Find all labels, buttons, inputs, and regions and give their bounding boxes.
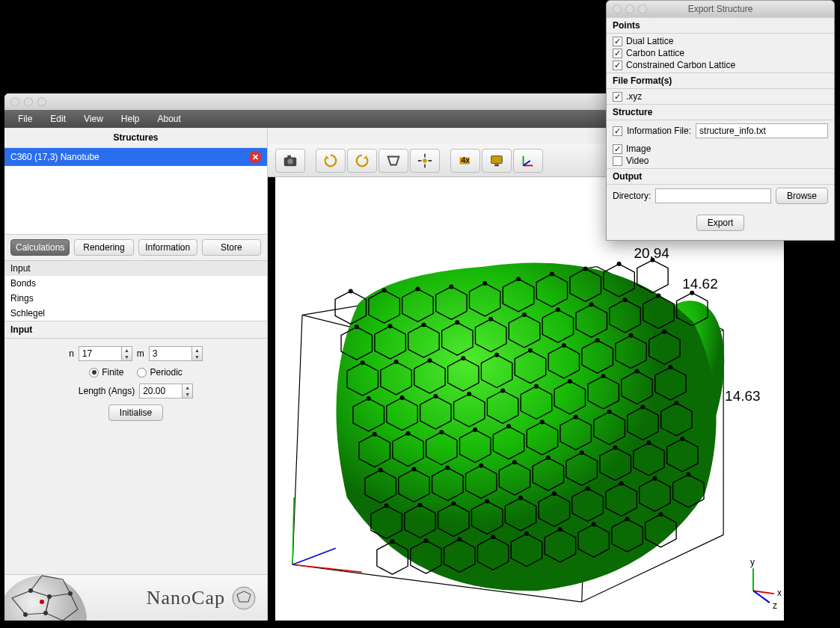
logo-area: NanoCap [4, 574, 267, 621]
svg-point-171 [619, 481, 624, 486]
snapshot-button[interactable] [275, 149, 305, 173]
m-input[interactable] [149, 346, 192, 361]
minimize-window-icon[interactable] [24, 97, 33, 106]
export-titlebar[interactable]: Export Structure [607, 1, 834, 17]
svg-point-120 [589, 302, 594, 307]
svg-point-169 [552, 491, 557, 496]
menu-about[interactable]: About [149, 111, 190, 127]
initialise-button[interactable]: Initialise [108, 404, 163, 421]
tab-calculations[interactable]: Calculations [10, 239, 70, 256]
checkbox-icon[interactable] [613, 37, 622, 46]
menu-view[interactable]: View [75, 111, 112, 127]
svg-point-117 [488, 317, 493, 321]
axes-button[interactable] [513, 149, 543, 173]
svg-line-20 [292, 498, 294, 565]
menu-file[interactable]: File [9, 111, 41, 127]
svg-point-175 [423, 538, 428, 543]
svg-point-2 [47, 594, 52, 599]
svg-rect-14 [491, 156, 503, 163]
svg-point-126 [427, 358, 432, 363]
rotate-cw-button[interactable] [316, 149, 346, 173]
n-input[interactable] [79, 346, 122, 361]
checkbox-icon[interactable] [613, 61, 622, 70]
n-spinner[interactable]: ▲▼ [79, 346, 132, 361]
m-stepper-icon[interactable]: ▲▼ [192, 346, 203, 361]
svg-point-162 [646, 440, 651, 445]
svg-point-141 [601, 374, 606, 378]
svg-point-125 [394, 360, 399, 364]
svg-point-146 [439, 430, 444, 434]
checkbox-icon[interactable] [613, 156, 622, 166]
rotate-ccw-button[interactable] [347, 149, 377, 173]
svg-point-160 [580, 451, 584, 455]
svg-point-182 [658, 512, 663, 517]
m-label: m [137, 348, 144, 359]
svg-point-143 [668, 365, 672, 369]
tab-store[interactable]: Store [202, 239, 261, 256]
svg-point-1 [28, 588, 33, 593]
zoom-window-icon[interactable] [37, 97, 46, 106]
center-button[interactable] [410, 149, 440, 173]
svg-point-109 [550, 271, 554, 276]
checkbox-icon[interactable] [613, 144, 622, 154]
length-spinner[interactable]: ▲▼ [139, 384, 193, 398]
structure-item[interactable]: C360 (17,3) Nanotube ✕ [4, 148, 267, 166]
m-spinner[interactable]: ▲▼ [149, 346, 203, 361]
remove-structure-icon[interactable]: ✕ [249, 151, 261, 163]
chk-video[interactable]: Video [613, 155, 828, 167]
axis-x-label: x [777, 588, 782, 598]
svg-point-165 [418, 502, 423, 507]
svg-rect-10 [287, 155, 291, 158]
panel-tabs: Calculations Rendering Information Store [4, 235, 267, 261]
svg-point-3 [68, 591, 73, 596]
radio-periodic-icon[interactable] [137, 368, 147, 378]
perspective-button[interactable] [378, 149, 408, 173]
menu-help[interactable]: Help [112, 111, 149, 127]
chk-dual-lattice[interactable]: Dual Lattice [613, 35, 828, 47]
subtab-bonds[interactable]: Bonds [4, 276, 267, 291]
radio-finite[interactable]: Finite [89, 367, 123, 378]
n-stepper-icon[interactable]: ▲▼ [122, 346, 132, 361]
chk-carbon-lattice[interactable]: Carbon Lattice [613, 47, 828, 59]
aa-button[interactable]: 4x [450, 149, 480, 173]
viewport-3d[interactable]: 20.94 14.62 14.63 x y z [275, 177, 784, 621]
subtab-input[interactable]: Input [4, 261, 267, 276]
export-button[interactable]: Export [696, 215, 745, 231]
radio-periodic[interactable]: Periodic [137, 367, 182, 378]
calc-subtabs: Input Bonds Rings Schlegel [4, 261, 267, 321]
subtab-rings[interactable]: Rings [4, 291, 267, 306]
menu-edit[interactable]: Edit [41, 111, 75, 127]
export-dialog: Export Structure Points Dual Lattice Car… [606, 0, 835, 241]
structures-header: Structures [4, 128, 267, 148]
directory-input[interactable] [655, 188, 771, 203]
directory-label: Directory: [613, 191, 651, 201]
svg-point-104 [382, 288, 387, 292]
svg-point-176 [457, 537, 462, 541]
svg-line-18 [524, 161, 530, 165]
checkbox-icon[interactable] [613, 49, 622, 58]
length-input[interactable] [139, 384, 183, 398]
length-label: Length (Angs) [79, 386, 135, 396]
subtab-schlegel[interactable]: Schlegel [4, 306, 267, 321]
dim-right-top: 14.62 [682, 276, 717, 292]
chk-info-file[interactable] [613, 126, 622, 136]
screen-button[interactable] [482, 149, 512, 173]
chk-xyz[interactable]: .xyz [613, 90, 828, 102]
checkbox-icon[interactable] [613, 92, 622, 102]
chk-image[interactable]: Image [613, 143, 828, 155]
svg-point-149 [540, 419, 545, 424]
radio-finite-icon[interactable] [89, 368, 99, 378]
tab-rendering[interactable]: Rendering [74, 239, 133, 256]
svg-point-144 [373, 432, 377, 437]
svg-point-132 [629, 333, 634, 338]
svg-point-106 [449, 285, 453, 289]
tab-information[interactable]: Information [138, 239, 197, 256]
svg-point-139 [534, 384, 539, 389]
close-window-icon[interactable] [10, 97, 19, 106]
svg-point-121 [623, 298, 628, 302]
info-file-input[interactable] [696, 123, 828, 138]
chk-constrained-lattice[interactable]: Constrained Carbon Lattice [613, 59, 828, 71]
length-stepper-icon[interactable]: ▲▼ [183, 384, 193, 398]
browse-button[interactable]: Browse [776, 188, 828, 204]
dim-top: 20.94 [634, 245, 669, 261]
